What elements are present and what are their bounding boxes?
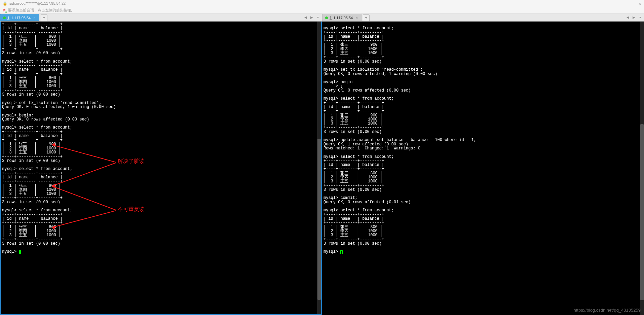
scroll-thumb[interactable] [640, 124, 644, 300]
tab-number: 1 [7, 16, 9, 20]
right-pane: 1 1.117.95.54 × + ◀ ▶ ▾ mysql> select * … [322, 13, 644, 315]
right-terminal[interactable]: mysql> select * from account; +----+----… [322, 22, 644, 315]
left-pane: 1 1.117.95.54 × + ◀ ▶ ▾ +----+--------+-… [0, 13, 322, 315]
terminal-content: mysql> select * from account; +----+----… [324, 26, 476, 254]
annotation-label-1: 解决了脏读 [118, 159, 145, 163]
terminal-content: +----+--------+---------+ | id | name | … [2, 22, 116, 254]
close-icon[interactable]: × [639, 1, 641, 6]
tab-host: 1.117.95.54 [11, 16, 31, 20]
nav-right-icon[interactable]: ▶ [631, 14, 637, 20]
svg-line-0 [52, 145, 116, 162]
status-dot-icon [325, 16, 328, 19]
left-tab-strip: 1 1.117.95.54 × + ◀ ▶ ▾ [0, 13, 322, 22]
lock-icon: 🔒 [3, 1, 7, 6]
nav-right-icon[interactable]: ▶ [309, 14, 314, 20]
watermark: https://blog.csdn.net/qq_43135259 [574, 308, 641, 312]
scrollbar[interactable] [317, 22, 321, 314]
address-url: ssh://root:********@1.117.95.54:22 [9, 1, 66, 5]
tab-add-button[interactable]: + [363, 14, 370, 21]
left-tab[interactable]: 1 1.117.95.54 × [0, 14, 39, 21]
right-tab-strip: 1 1.117.95.54 × + ◀ ▶ ▾ [322, 13, 644, 22]
right-tab[interactable]: 1 1.117.95.54 × [322, 14, 362, 21]
tab-host: 1.117.95.54 [333, 16, 353, 20]
top-bar: 🔒 ssh://root:********@1.117.95.54:22 × ⚑… [0, 0, 644, 13]
tab-number: 1 [330, 16, 332, 20]
cursor-icon [340, 250, 343, 254]
nav-left-icon[interactable]: ◀ [625, 14, 631, 20]
annotation-label-2: 不可重复读 [118, 207, 145, 211]
hint-row: ⚑ 要添加当前会话，点击左侧的箭头按钮。 [3, 7, 641, 13]
nav-left-icon[interactable]: ◀ [303, 14, 308, 20]
scroll-thumb[interactable] [317, 139, 321, 300]
tab-add-button[interactable]: + [41, 14, 47, 21]
tab-close-icon[interactable]: × [33, 16, 35, 20]
scrollbar[interactable] [640, 22, 644, 315]
tab-nav: ◀ ▶ ▾ [303, 14, 320, 20]
tab-nav: ◀ ▶ ▾ [625, 14, 643, 20]
nav-down-icon[interactable]: ▾ [637, 14, 643, 20]
nav-down-icon[interactable]: ▾ [315, 14, 320, 20]
tab-close-icon[interactable]: × [355, 16, 357, 20]
left-terminal[interactable]: +----+--------+---------+ | id | name | … [0, 22, 322, 315]
status-dot-icon [3, 16, 6, 19]
address-row: 🔒 ssh://root:********@1.117.95.54:22 × [3, 0, 641, 7]
flag-icon[interactable]: ⚑ [3, 8, 6, 12]
main-split: 1 1.117.95.54 × + ◀ ▶ ▾ +----+--------+-… [0, 13, 644, 315]
cursor-icon [19, 250, 21, 254]
hint-text: 要添加当前会话，点击左侧的箭头按钮。 [8, 8, 75, 13]
